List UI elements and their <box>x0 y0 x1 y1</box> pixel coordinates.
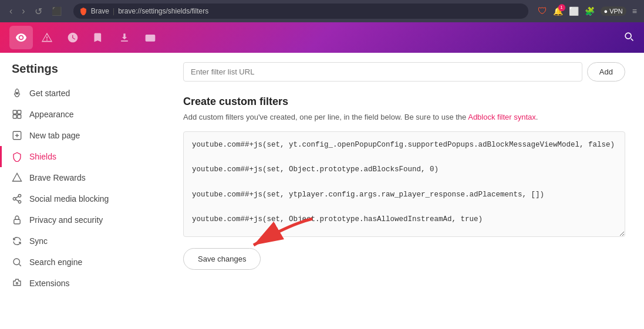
adblock-filter-link[interactable]: Adblock filter syntax <box>468 113 536 121</box>
content-area: Add Create custom filters Add custom fil… <box>164 53 644 329</box>
forward-button[interactable]: › <box>19 5 27 18</box>
new-tab-icon <box>12 130 22 141</box>
toolbar-downloads-icon[interactable] <box>113 26 136 49</box>
sidebar-item-extensions[interactable]: Extensions <box>0 273 164 294</box>
sidebar-item-social-media[interactable]: Social media blocking <box>0 188 164 209</box>
sidebar-item-new-tab[interactable]: New tab page <box>0 125 164 146</box>
sidebar-label: New tab page <box>29 131 80 140</box>
social-icon <box>12 194 22 204</box>
sidebar-item-appearance[interactable]: Appearance <box>0 104 164 125</box>
svg-point-8 <box>13 198 16 201</box>
toolbar-search-icon[interactable] <box>623 30 635 45</box>
sidebar-label: Search engine <box>29 257 82 267</box>
sidebar-item-shields[interactable]: Shields <box>0 146 164 167</box>
filter-textarea[interactable]: youtube.com##+js(set, yt.config_.openPop… <box>183 131 625 237</box>
sidebar-item-privacy[interactable]: Privacy and security <box>0 209 164 230</box>
search-icon <box>12 257 22 267</box>
brave-shield-icon <box>79 7 87 15</box>
extensions-icon <box>12 278 22 289</box>
filter-url-bar: Add <box>183 53 625 82</box>
sidebar-item-brave-rewards[interactable]: Brave Rewards <box>0 167 164 188</box>
svg-point-11 <box>14 259 20 265</box>
desc-text-2: . <box>536 113 538 121</box>
rocket-icon <box>12 88 22 99</box>
sidebar-label: Brave Rewards <box>29 173 86 182</box>
bookmark-button[interactable]: ⬛ <box>49 5 64 17</box>
sidebar-label: Sync <box>29 236 48 246</box>
settings-toolbar <box>0 22 644 53</box>
sidebar-label: Social media blocking <box>29 194 109 203</box>
browser-toolbar-icons: 🛡 🔔 1 ⬜ 🧩 ● VPN ≡ <box>538 6 638 16</box>
shield-icon <box>12 151 22 162</box>
extensions-icon[interactable]: 🧩 <box>585 6 595 16</box>
section-title: Create custom filters <box>183 96 625 108</box>
url-separator: | <box>113 7 114 15</box>
back-button[interactable]: ‹ <box>7 5 15 18</box>
window-icon[interactable]: ⬜ <box>569 6 579 16</box>
svg-point-7 <box>18 195 21 198</box>
save-area: Save changes <box>183 248 625 270</box>
add-button[interactable]: Add <box>587 62 625 82</box>
menu-icon[interactable]: ≡ <box>632 6 637 16</box>
sidebar-item-search[interactable]: Search engine <box>0 252 164 273</box>
sidebar-label: Shields <box>29 152 56 161</box>
toolbar-wallet-icon[interactable] <box>139 26 162 49</box>
svg-point-1 <box>16 93 18 94</box>
sidebar: Settings Get started Appearance New tab … <box>0 53 164 329</box>
desc-text-1: Add custom filters you've created, one p… <box>183 113 468 121</box>
svg-rect-0 <box>146 35 156 42</box>
svg-rect-10 <box>14 219 21 224</box>
sidebar-label: Get started <box>29 89 70 98</box>
svg-point-12 <box>16 283 18 284</box>
section-description: Add custom filters you've created, one p… <box>183 111 625 123</box>
sidebar-label: Appearance <box>29 110 74 119</box>
url-path: brave://settings/shields/filters <box>118 7 208 15</box>
svg-point-9 <box>18 201 21 203</box>
toolbar-history-icon[interactable] <box>61 26 85 49</box>
svg-rect-4 <box>13 115 16 118</box>
filter-url-input[interactable] <box>183 62 582 82</box>
shield-icon[interactable]: 🛡 <box>538 6 547 16</box>
settings-title: Settings <box>0 62 164 83</box>
vpn-label[interactable]: ● VPN <box>601 6 626 16</box>
sidebar-item-get-started[interactable]: Get started <box>0 83 164 104</box>
address-bar[interactable]: Brave | brave://settings/shields/filters <box>73 4 528 19</box>
reload-button[interactable]: ↺ <box>32 5 45 18</box>
svg-rect-5 <box>18 115 21 118</box>
sidebar-item-sync[interactable]: Sync <box>0 230 164 252</box>
rewards-icon <box>12 172 22 183</box>
svg-rect-3 <box>18 110 21 114</box>
title-bar: ‹ › ↺ ⬛ Brave | brave://settings/shields… <box>0 0 644 22</box>
toolbar-warning-icon[interactable] <box>35 26 59 49</box>
toolbar-settings-icon[interactable] <box>9 26 33 49</box>
sidebar-label: Extensions <box>29 279 69 288</box>
sync-icon <box>12 236 22 246</box>
notifications-icon[interactable]: 🔔 1 <box>553 6 563 16</box>
sidebar-label: Privacy and security <box>29 215 103 225</box>
svg-rect-2 <box>13 110 16 114</box>
appearance-icon <box>12 109 22 120</box>
toolbar-bookmarks-icon[interactable] <box>87 26 110 49</box>
lock-icon <box>12 215 22 225</box>
url-text: Brave <box>91 7 109 15</box>
save-changes-button[interactable]: Save changes <box>183 248 261 270</box>
main-layout: Settings Get started Appearance New tab … <box>0 53 644 329</box>
